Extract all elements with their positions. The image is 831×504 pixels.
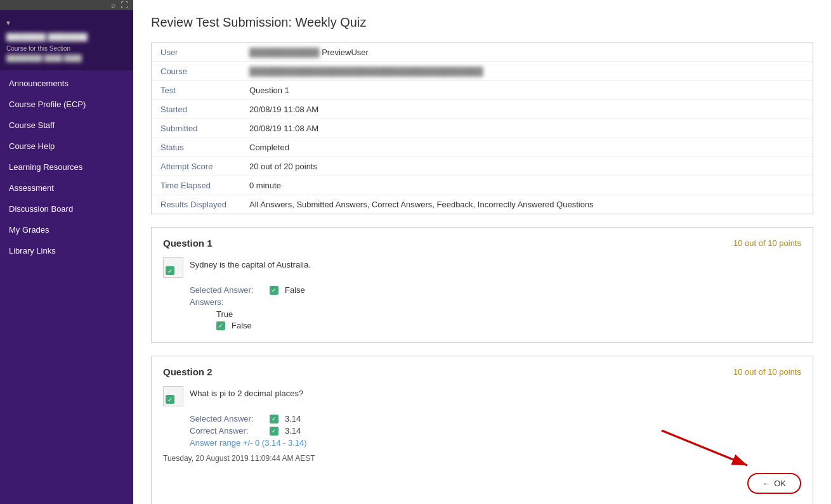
sidebar-item-course-staff[interactable]: Course Staff xyxy=(0,115,133,136)
info-value-score: 20 out of 20 points xyxy=(240,157,813,176)
page-title: Review Test Submission: Weekly Quiz xyxy=(151,15,813,30)
question-1-title: Question 1 xyxy=(163,238,213,249)
info-value-status: Completed xyxy=(240,138,813,157)
question-2-answers: Selected Answer: ✓ 3.14 Correct Answer: … xyxy=(190,414,801,448)
q1-answer-false-text: False xyxy=(232,321,252,330)
info-value-results: All Answers, Submitted Answers, Correct … xyxy=(240,195,813,214)
question-2-points: 10 out of 10 points xyxy=(733,367,801,377)
footer-timestamp: Tuesday, 20 August 2019 11:09:44 AM AEST xyxy=(163,454,801,463)
search-icon[interactable]: ⌕ xyxy=(111,1,115,10)
question-1-answers: Selected Answer: ✓ False Answers: True ✓… xyxy=(190,285,801,330)
question-2-title: Question 2 xyxy=(163,366,213,377)
ok-arrow-icon: ← xyxy=(762,479,770,488)
question-2-header: Question 2 10 out of 10 points xyxy=(163,366,801,377)
info-label-user: User xyxy=(152,43,240,62)
info-label-results: Results Displayed xyxy=(152,195,240,214)
question-1-check: ✓ xyxy=(166,266,174,275)
info-row-score: Attempt Score 20 out of 20 points xyxy=(152,157,813,176)
question-1-section: Question 1 10 out of 10 points ✓ Sydney … xyxy=(151,227,813,343)
sidebar-header: ▾ ████████ ████████ Course for this Sect… xyxy=(0,10,133,70)
info-value-course: ████████████████████████████████████████ xyxy=(240,62,813,81)
q2-selected-check-icon: ✓ xyxy=(270,415,278,423)
course-title: ████████ ████████ xyxy=(6,32,88,42)
submission-table: User ████████████ PreviewUser Course ███… xyxy=(152,43,813,214)
q1-selected-check-icon: ✓ xyxy=(270,286,278,295)
q1-selected-label: Selected Answer: xyxy=(190,285,266,295)
q2-selected-value: 3.14 xyxy=(285,414,301,423)
question-1-points: 10 out of 10 points xyxy=(733,238,801,248)
q2-correct-value: 3.14 xyxy=(285,426,301,436)
question-2-text: What is pi to 2 decimal places? xyxy=(190,386,303,398)
sidebar: ▾ ████████ ████████ Course for this Sect… xyxy=(0,10,133,504)
q1-selected-value: False xyxy=(285,285,305,295)
q2-correct-answer-row: Correct Answer: ✓ 3.14 xyxy=(190,426,801,436)
info-value-submitted: 20/08/19 11:08 AM xyxy=(240,119,813,138)
submission-info-box: User ████████████ PreviewUser Course ███… xyxy=(151,42,813,214)
q2-selected-answer-row: Selected Answer: ✓ 3.14 xyxy=(190,414,801,423)
info-value-user: ████████████ PreviewUser xyxy=(240,43,813,62)
ok-button-container: ← OK xyxy=(163,473,801,494)
ok-button-label: OK xyxy=(774,479,786,488)
q2-range-row: Answer range +/- 0 (3.14 - 3.14) xyxy=(190,438,801,448)
topbar: ⌕ ⛶ xyxy=(0,0,133,10)
info-label-started: Started xyxy=(152,100,240,119)
sidebar-item-library-links[interactable]: Library Links xyxy=(0,240,133,261)
q1-answers-list: True ✓ False xyxy=(216,309,801,330)
sidebar-item-my-grades[interactable]: My Grades xyxy=(0,219,133,240)
question-1-body: ✓ Sydney is the capital of Australia. xyxy=(163,257,801,278)
q1-answer-false: ✓ False xyxy=(216,321,801,330)
sidebar-item-learning-resources[interactable]: Learning Resources xyxy=(0,157,133,178)
ok-button[interactable]: ← OK xyxy=(747,473,801,494)
info-row-user: User ████████████ PreviewUser xyxy=(152,43,813,62)
info-label-time: Time Elapsed xyxy=(152,176,240,195)
sidebar-item-assessment[interactable]: Assessment xyxy=(0,178,133,198)
q2-range-text: Answer range +/- 0 (3.14 - 3.14) xyxy=(190,438,307,448)
question-1-text: Sydney is the capital of Australia. xyxy=(190,257,311,269)
sidebar-item-course-profile[interactable]: Course Profile (ECP) xyxy=(0,94,133,115)
question-2-icon: ✓ xyxy=(163,386,183,406)
question-1-header: Question 1 10 out of 10 points xyxy=(163,238,801,249)
info-label-submitted: Submitted xyxy=(152,119,240,138)
info-value-started: 20/08/19 11:08 AM xyxy=(240,100,813,119)
info-label-course: Course xyxy=(152,62,240,81)
q2-correct-check-icon: ✓ xyxy=(270,427,278,436)
info-label-status: Status xyxy=(152,138,240,157)
info-row-submitted: Submitted 20/08/19 11:08 AM xyxy=(152,119,813,138)
info-row-course: Course █████████████████████████████████… xyxy=(152,62,813,81)
sidebar-nav: Announcements Course Profile (ECP) Cours… xyxy=(0,73,133,261)
info-label-score: Attempt Score xyxy=(152,157,240,176)
question-2-body: ✓ What is pi to 2 decimal places? xyxy=(163,386,801,406)
question-2-check: ✓ xyxy=(166,395,174,404)
info-row-test: Test Question 1 xyxy=(152,81,813,100)
info-row-started: Started 20/08/19 11:08 AM xyxy=(152,100,813,119)
question-2-section: Question 2 10 out of 10 points ✓ What is… xyxy=(151,356,813,504)
course-subtitle: Course for this Section████████ ████ ███… xyxy=(6,44,127,63)
info-row-results: Results Displayed All Answers, Submitted… xyxy=(152,195,813,214)
q1-answer-true: True xyxy=(216,309,801,319)
q2-correct-label: Correct Answer: xyxy=(190,426,266,436)
q1-selected-answer-row: Selected Answer: ✓ False xyxy=(190,285,801,295)
info-value-test: Question 1 xyxy=(240,81,813,100)
sidebar-item-discussion-board[interactable]: Discussion Board xyxy=(0,198,133,219)
q1-answers-label: Answers: xyxy=(190,297,266,307)
info-value-time: 0 minute xyxy=(240,176,813,195)
info-row-status: Status Completed xyxy=(152,138,813,157)
question-1-icon: ✓ xyxy=(163,257,183,278)
folder-icon[interactable]: ⛶ xyxy=(121,1,128,10)
q1-answer-true-text: True xyxy=(216,309,233,319)
q2-selected-label: Selected Answer: xyxy=(190,414,266,423)
sidebar-item-course-help[interactable]: Course Help xyxy=(0,136,133,157)
main-content: Review Test Submission: Weekly Quiz User… xyxy=(133,0,831,504)
info-label-test: Test xyxy=(152,81,240,100)
sidebar-item-announcements[interactable]: Announcements xyxy=(0,73,133,94)
q1-answer-false-check-icon: ✓ xyxy=(216,321,225,330)
q1-answers-label-row: Answers: xyxy=(190,297,801,307)
info-row-time: Time Elapsed 0 minute xyxy=(152,176,813,195)
